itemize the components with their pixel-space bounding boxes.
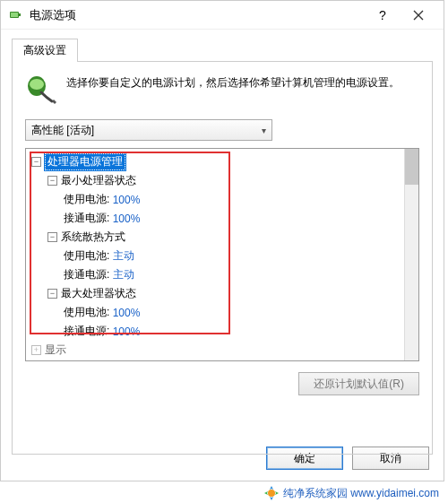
tree-item-max-state[interactable]: − 最大处理器状态 (31, 284, 399, 303)
logo-icon (263, 485, 280, 501)
restore-defaults-button[interactable]: 还原计划默认值(R) (298, 372, 419, 395)
tree-value-cooling-ac[interactable]: 接通电源 主动 (31, 265, 399, 284)
tree-content: − 处理器电源管理 − 最小处理器状态 使用电池 100% 接通电源 100% (26, 149, 404, 360)
value-val: 100% (113, 194, 141, 206)
tree-label: "多媒体"设置 (45, 360, 107, 360)
battery-icon (8, 8, 22, 22)
restore-row: 还原计划默认值(R) (25, 372, 419, 395)
power-plan-select[interactable]: 高性能 [活动] ▾ (25, 119, 272, 141)
value-key: 接通电源 (64, 324, 113, 339)
value-val: 100% (113, 325, 141, 338)
value-key: 接通电源 (64, 211, 113, 226)
collapse-icon[interactable]: − (47, 289, 57, 299)
collapse-icon[interactable]: − (47, 232, 57, 242)
tree-item-min-state[interactable]: − 最小处理器状态 (31, 171, 399, 190)
watermark: 纯净系统家园 www.yidaimei.com (263, 485, 439, 501)
value-val: 主动 (113, 248, 134, 264)
window-title: 电源选项 (30, 7, 365, 23)
tree-label: 显示 (45, 343, 66, 358)
tree-label: 最小处理器状态 (61, 173, 136, 188)
svg-rect-2 (11, 13, 18, 17)
tree-label: 系统散热方式 (61, 230, 125, 245)
tree-value-min-battery[interactable]: 使用电池 100% (31, 190, 399, 209)
tree-group-display[interactable]: + 显示 (31, 341, 399, 360)
value-val: 100% (113, 212, 141, 225)
close-button[interactable] (401, 1, 436, 29)
tree-item-cooling[interactable]: − 系统散热方式 (31, 228, 399, 247)
settings-tree: − 处理器电源管理 − 最小处理器状态 使用电池 100% 接通电源 100% (25, 148, 419, 361)
description-text: 选择你要自定义的电源计划，然后选择你希望计算机管理的电源设置。 (66, 74, 400, 91)
tree-value-min-ac[interactable]: 接通电源 100% (31, 209, 399, 228)
collapse-icon[interactable]: − (31, 157, 41, 167)
titlebar: 电源选项 ? (1, 1, 444, 30)
value-key: 使用电池 (64, 248, 113, 264)
tree-group-processor[interactable]: − 处理器电源管理 (31, 152, 399, 171)
tree-scrollbar[interactable] (404, 149, 418, 360)
tree-value-max-battery[interactable]: 使用电池 100% (31, 303, 399, 322)
value-key: 使用电池 (64, 305, 113, 320)
tab-advanced-settings[interactable]: 高级设置 (12, 39, 78, 62)
tab-panel: 高级设置 选择你要自定义的电源计划，然后选择你希望计算机管理的电源设置。 高性能… (12, 39, 433, 455)
power-plan-value: 高性能 [活动] (31, 123, 94, 138)
chevron-down-icon: ▾ (262, 126, 266, 135)
close-icon (413, 10, 424, 21)
collapse-icon[interactable]: − (47, 176, 57, 186)
value-val: 主动 (113, 267, 134, 282)
svg-rect-1 (19, 13, 21, 16)
tree-value-cooling-battery[interactable]: 使用电池 主动 (31, 247, 399, 265)
value-key: 接通电源 (64, 267, 113, 282)
svg-point-5 (268, 490, 275, 497)
value-val: 100% (113, 307, 141, 319)
expand-icon[interactable]: + (31, 345, 41, 355)
svg-point-4 (30, 79, 44, 90)
value-key: 使用电池 (64, 192, 113, 207)
tree-group-multimedia[interactable]: + "多媒体"设置 (31, 360, 399, 360)
watermark-text: 纯净系统家园 www.yidaimei.com (283, 486, 439, 501)
scrollbar-thumb[interactable] (405, 149, 418, 185)
battery-plug-icon (25, 74, 57, 107)
tree-value-max-ac[interactable]: 接通电源 100% (31, 322, 399, 341)
tab-content: 选择你要自定义的电源计划，然后选择你希望计算机管理的电源设置。 高性能 [活动]… (12, 61, 433, 455)
help-button[interactable]: ? (365, 1, 401, 29)
tree-label: 处理器电源管理 (45, 153, 125, 170)
tree-label: 最大处理器状态 (61, 286, 136, 301)
power-options-window: 电源选项 ? 高级设置 选择你要自定义的电源计划，然后选择你希望计算机管理的电源… (0, 0, 444, 481)
header-row: 选择你要自定义的电源计划，然后选择你希望计算机管理的电源设置。 (25, 74, 419, 107)
